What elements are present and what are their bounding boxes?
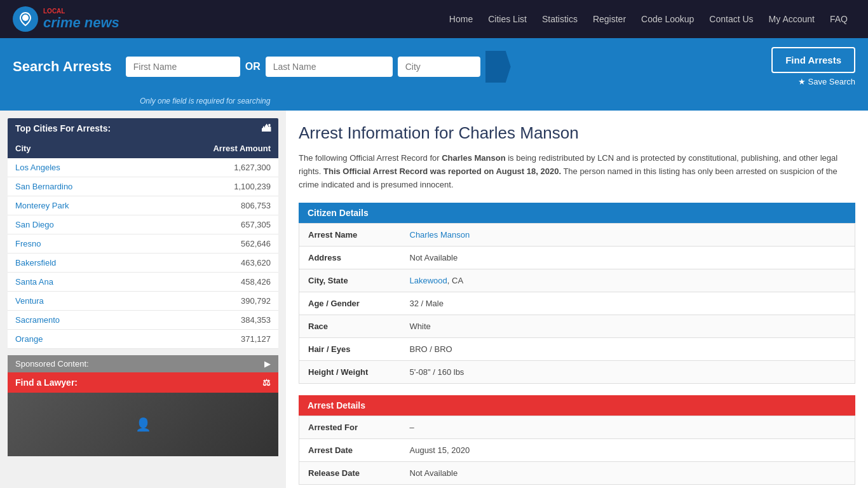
arrest-amount: 562,646 — [143, 234, 278, 254]
detail-label: Height / Weight — [299, 361, 401, 384]
detail-value-cell: White — [401, 315, 855, 338]
city-link[interactable]: Sacramento — [15, 315, 60, 325]
city-link[interactable]: San Diego — [15, 220, 54, 229]
detail-label: Arrested For — [299, 416, 401, 439]
detail-label: Arrest Date — [299, 439, 401, 462]
last-name-input[interactable] — [266, 57, 393, 77]
detail-value: – — [401, 416, 855, 439]
city-link[interactable]: Santa Ana — [15, 277, 53, 287]
city-link[interactable]: Los Angeles — [15, 163, 60, 172]
save-search-button[interactable]: ★ Save Search — [798, 77, 855, 86]
arrow-decoration — [485, 51, 511, 83]
arrest-amount: 371,127 — [143, 330, 278, 349]
detail-label: City, State — [299, 269, 401, 292]
detail-label: Address — [299, 247, 401, 269]
nav-link-statistics[interactable]: Statistics — [534, 0, 585, 38]
cities-table: City Arrest Amount Los Angeles1,627,300S… — [8, 139, 278, 349]
scales-icon: ⚖ — [262, 377, 271, 388]
amount-col-header: Arrest Amount — [143, 139, 278, 158]
detail-value: BRO / BRO — [410, 344, 452, 354]
sponsored-header: Sponsored Content: ▶ — [8, 355, 278, 372]
detail-row: Arrested For– — [299, 416, 855, 439]
search-actions: Find Arrests ★ Save Search — [771, 47, 855, 86]
detail-row: Age / Gender32 / Male — [299, 292, 855, 315]
detail-value: 32 / Male — [410, 299, 444, 308]
arrest-amount: 390,792 — [143, 292, 278, 311]
detail-value: 5'-08" / 160 lbs — [410, 367, 465, 377]
detail-value-cell: Lakewood, CA — [401, 269, 855, 292]
detail-value-cell: 32 / Male — [401, 292, 855, 315]
first-name-input[interactable] — [126, 57, 240, 77]
city-link[interactable]: San Bernardino — [15, 182, 72, 191]
table-row: Ventura390,792 — [8, 292, 278, 311]
arrest-details-table: Arrested For–Arrest DateAugust 15, 2020R… — [299, 416, 855, 485]
detail-row: Release DateNot Available — [299, 462, 855, 485]
city-input[interactable] — [398, 57, 480, 77]
logo-text: LOCAL crime news — [43, 8, 119, 31]
detail-label: Hair / Eyes — [299, 338, 401, 361]
nav-link-register[interactable]: Register — [585, 0, 634, 38]
citizen-details-table: Arrest NameCharles MansonAddressNot Avai… — [299, 223, 855, 384]
city-link[interactable]: Fresno — [15, 239, 41, 248]
detail-label: Race — [299, 315, 401, 338]
detail-row: Arrest DateAugust 15, 2020 — [299, 439, 855, 462]
city-link[interactable]: Monterey Park — [15, 201, 69, 210]
detail-label: Arrest Name — [299, 224, 401, 247]
detail-value: August 15, 2020 — [401, 439, 855, 462]
arrest-amount: 458,426 — [143, 273, 278, 292]
detail-row: City, StateLakewood, CA — [299, 269, 855, 292]
arrest-details-header: Arrest Details — [299, 395, 855, 416]
arrest-amount: 1,627,300 — [143, 158, 278, 177]
city-link[interactable]: Ventura — [15, 296, 44, 306]
detail-row: RaceWhite — [299, 315, 855, 338]
detail-value-cell: Not Available — [401, 247, 855, 269]
table-row: Orange371,127 — [8, 330, 278, 349]
table-row: Fresno562,646 — [8, 234, 278, 254]
find-lawyer-box[interactable]: Find a Lawyer: ⚖ — [8, 372, 278, 393]
logo-icon — [13, 6, 38, 32]
top-cities-header: Top Cities For Arrests: 🏙 — [8, 118, 278, 139]
or-label: OR — [245, 61, 261, 72]
page-title: Arrest Information for Charles Manson — [299, 123, 855, 143]
table-row: Los Angeles1,627,300 — [8, 158, 278, 177]
table-row: San Bernardino1,100,239 — [8, 177, 278, 196]
lawyer-image: 👤 — [8, 393, 278, 456]
detail-value: Not Available — [410, 253, 458, 262]
arrest-amount: 1,100,239 — [143, 177, 278, 196]
intro-text: The following Official Arrest Record for… — [299, 152, 855, 191]
arrest-amount: 384,353 — [143, 311, 278, 330]
city-icon: 🏙 — [262, 123, 271, 133]
arrest-name-link[interactable]: Charles Manson — [410, 230, 470, 240]
find-arrests-button[interactable]: Find Arrests — [771, 47, 855, 73]
city-link[interactable]: Orange — [15, 334, 43, 344]
nav-link-home[interactable]: Home — [442, 0, 480, 38]
nav-link-code-lookup[interactable]: Code Lookup — [634, 0, 702, 38]
star-icon: ★ — [798, 77, 806, 86]
search-title: Search Arrests — [13, 58, 112, 75]
detail-row: Hair / EyesBRO / BRO — [299, 338, 855, 361]
table-row: Bakersfield463,620 — [8, 254, 278, 273]
detail-value-cell: Charles Manson — [401, 224, 855, 247]
arrest-amount: 463,620 — [143, 254, 278, 273]
nav-link-cities-list[interactable]: Cities List — [480, 0, 534, 38]
nav-link-my-account[interactable]: My Account — [761, 0, 822, 38]
citizen-details-header: Citizen Details — [299, 203, 855, 223]
detail-row: Arrest NameCharles Manson — [299, 224, 855, 247]
city-col-header: City — [8, 139, 143, 158]
detail-row: AddressNot Available — [299, 247, 855, 269]
nav-link-faq[interactable]: FAQ — [822, 0, 855, 38]
city-link[interactable]: Bakersfield — [15, 258, 56, 268]
table-row: Sacramento384,353 — [8, 311, 278, 330]
arrest-amount: 806,753 — [143, 196, 278, 215]
arrest-amount: 657,305 — [143, 215, 278, 234]
logo[interactable]: LOCAL crime news — [13, 6, 119, 32]
table-row: Santa Ana458,426 — [8, 273, 278, 292]
nav-link-contact-us[interactable]: Contact Us — [702, 0, 761, 38]
city-state-link[interactable]: Lakewood — [410, 276, 447, 285]
detail-value-cell: BRO / BRO — [401, 338, 855, 361]
play-icon: ▶ — [264, 359, 271, 369]
search-hint: Only one field is required for searching — [140, 97, 270, 105]
detail-value-cell: 5'-08" / 160 lbs — [401, 361, 855, 384]
svg-point-0 — [22, 15, 29, 21]
detail-value: Not Available — [401, 462, 855, 485]
